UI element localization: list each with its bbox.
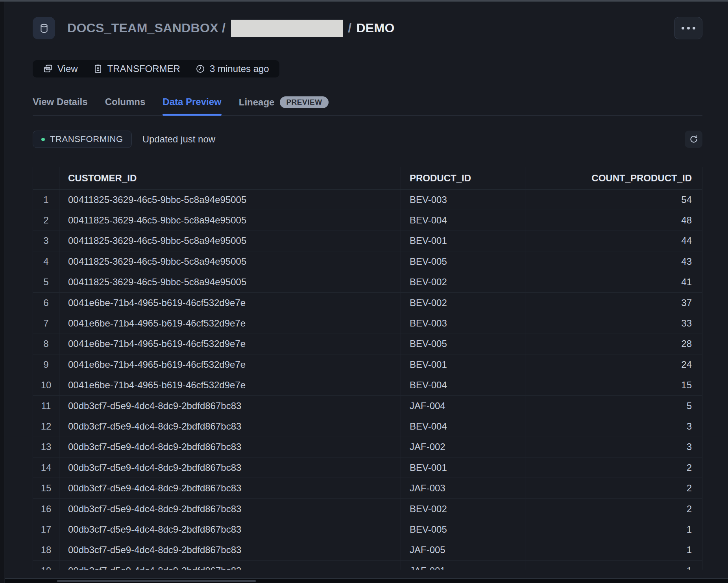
refresh-button[interactable] <box>685 131 702 148</box>
cell-product-id[interactable]: JAF-005 <box>401 540 525 560</box>
table-row[interactable]: 16 00db3cf7-d5e9-4dc4-8dc9-2bdfd867bc83 … <box>33 499 702 519</box>
column-header-count-product-id[interactable]: COUNT_PRODUCT_ID <box>525 167 702 189</box>
tab-lineage[interactable]: Lineage PREVIEW <box>239 96 329 115</box>
row-number: 1 <box>33 190 59 210</box>
table-row[interactable]: 8 0041e6be-71b4-4965-b619-46cf532d9e7e B… <box>33 334 702 354</box>
table-row[interactable]: 19 00db3cf7-d5e9-4dc4-8dc9-2bdfd867bc83 … <box>33 561 702 570</box>
cell-product-id[interactable]: JAF-002 <box>401 437 525 457</box>
tab-data-preview[interactable]: Data Preview <box>163 96 221 114</box>
cell-product-id[interactable]: BEV-002 <box>401 272 525 292</box>
table-row[interactable]: 4 00411825-3629-46c5-9bbc-5c8a94e95005 B… <box>33 251 702 272</box>
table-row[interactable]: 13 00db3cf7-d5e9-4dc4-8dc9-2bdfd867bc83 … <box>33 437 702 458</box>
cell-count-product-id[interactable]: 2 <box>525 478 702 498</box>
cell-customer-id[interactable]: 00411825-3629-46c5-9bbc-5c8a94e95005 <box>59 272 401 292</box>
cell-count-product-id[interactable]: 5 <box>525 396 702 416</box>
row-number: 13 <box>33 437 59 457</box>
horizontal-scrollbar[interactable] <box>57 580 256 582</box>
cell-count-product-id[interactable]: 43 <box>525 251 702 271</box>
cell-count-product-id[interactable]: 48 <box>525 210 702 230</box>
cell-customer-id[interactable]: 00411825-3629-46c5-9bbc-5c8a94e95005 <box>59 231 401 251</box>
cell-count-product-id[interactable]: 15 <box>525 375 702 395</box>
table-row[interactable]: 12 00db3cf7-d5e9-4dc4-8dc9-2bdfd867bc83 … <box>33 416 702 437</box>
more-options-button[interactable] <box>674 17 702 39</box>
row-number: 17 <box>33 519 59 539</box>
cell-customer-id[interactable]: 0041e6be-71b4-4965-b619-46cf532d9e7e <box>59 375 401 395</box>
cell-count-product-id[interactable]: 1 <box>525 519 702 539</box>
table-row[interactable]: 14 00db3cf7-d5e9-4dc4-8dc9-2bdfd867bc83 … <box>33 458 702 478</box>
cell-count-product-id[interactable]: 2 <box>525 458 702 478</box>
table-row[interactable]: 17 00db3cf7-d5e9-4dc4-8dc9-2bdfd867bc83 … <box>33 519 702 540</box>
cell-customer-id[interactable]: 00db3cf7-d5e9-4dc4-8dc9-2bdfd867bc83 <box>59 561 401 570</box>
redacted-schema-name <box>231 20 343 37</box>
table-row[interactable]: 9 0041e6be-71b4-4965-b619-46cf532d9e7e B… <box>33 354 702 375</box>
cell-product-id[interactable]: BEV-001 <box>401 231 525 251</box>
cell-customer-id[interactable]: 0041e6be-71b4-4965-b619-46cf532d9e7e <box>59 313 401 333</box>
tab-columns[interactable]: Columns <box>105 96 146 114</box>
cell-count-product-id[interactable]: 37 <box>525 293 702 313</box>
role-badge: TRANSFORMER <box>93 63 180 74</box>
table-row[interactable]: 11 00db3cf7-d5e9-4dc4-8dc9-2bdfd867bc83 … <box>33 396 702 416</box>
table-row[interactable]: 1 00411825-3629-46c5-9bbc-5c8a94e95005 B… <box>33 190 702 210</box>
cell-count-product-id[interactable]: 2 <box>525 499 702 519</box>
status-dot-icon <box>41 138 45 141</box>
cell-product-id[interactable]: BEV-004 <box>401 375 525 395</box>
row-number: 5 <box>33 272 59 292</box>
table-row[interactable]: 2 00411825-3629-46c5-9bbc-5c8a94e95005 B… <box>33 210 702 231</box>
cell-customer-id[interactable]: 00411825-3629-46c5-9bbc-5c8a94e95005 <box>59 251 401 271</box>
cell-product-id[interactable]: BEV-005 <box>401 519 525 539</box>
cell-count-product-id[interactable]: 1 <box>525 561 702 570</box>
column-header-customer-id[interactable]: CUSTOMER_ID <box>59 167 401 189</box>
cell-count-product-id[interactable]: 54 <box>525 190 702 210</box>
window-top-edge <box>0 0 728 2</box>
column-header-product-id[interactable]: PRODUCT_ID <box>401 167 525 189</box>
cell-customer-id[interactable]: 00db3cf7-d5e9-4dc4-8dc9-2bdfd867bc83 <box>59 478 401 498</box>
cell-product-id[interactable]: BEV-004 <box>401 416 525 436</box>
cell-product-id[interactable]: BEV-005 <box>401 251 525 271</box>
row-number: 6 <box>33 293 59 313</box>
cell-count-product-id[interactable]: 33 <box>525 313 702 333</box>
cell-product-id[interactable]: BEV-001 <box>401 458 525 478</box>
cell-customer-id[interactable]: 00db3cf7-d5e9-4dc4-8dc9-2bdfd867bc83 <box>59 416 401 436</box>
row-number: 2 <box>33 210 59 230</box>
row-number: 14 <box>33 458 59 478</box>
cell-count-product-id[interactable]: 3 <box>525 416 702 436</box>
cell-product-id[interactable]: JAF-001 <box>401 561 525 570</box>
cell-count-product-id[interactable]: 28 <box>525 334 702 354</box>
cell-product-id[interactable]: BEV-003 <box>401 190 525 210</box>
cell-product-id[interactable]: BEV-003 <box>401 313 525 333</box>
table-row[interactable]: 5 00411825-3629-46c5-9bbc-5c8a94e95005 B… <box>33 272 702 293</box>
cell-customer-id[interactable]: 00411825-3629-46c5-9bbc-5c8a94e95005 <box>59 190 401 210</box>
cell-customer-id[interactable]: 00db3cf7-d5e9-4dc4-8dc9-2bdfd867bc83 <box>59 499 401 519</box>
cell-product-id[interactable]: BEV-005 <box>401 334 525 354</box>
row-number-header <box>33 167 59 189</box>
tab-view-details[interactable]: View Details <box>33 96 88 114</box>
cell-customer-id[interactable]: 0041e6be-71b4-4965-b619-46cf532d9e7e <box>59 293 401 313</box>
cell-customer-id[interactable]: 00db3cf7-d5e9-4dc4-8dc9-2bdfd867bc83 <box>59 519 401 539</box>
cell-customer-id[interactable]: 0041e6be-71b4-4965-b619-46cf532d9e7e <box>59 354 401 375</box>
view-icon <box>43 64 53 74</box>
cell-product-id[interactable]: BEV-002 <box>401 499 525 519</box>
cell-product-id[interactable]: BEV-002 <box>401 293 525 313</box>
cell-count-product-id[interactable]: 24 <box>525 354 702 375</box>
cell-customer-id[interactable]: 00db3cf7-d5e9-4dc4-8dc9-2bdfd867bc83 <box>59 437 401 457</box>
cell-count-product-id[interactable]: 41 <box>525 272 702 292</box>
page-title: DOCS_TEAM_SANDBOX / / DEMO <box>67 20 395 37</box>
cell-product-id[interactable]: BEV-001 <box>401 354 525 375</box>
cell-product-id[interactable]: BEV-004 <box>401 210 525 230</box>
cell-customer-id[interactable]: 00db3cf7-d5e9-4dc4-8dc9-2bdfd867bc83 <box>59 540 401 560</box>
cell-customer-id[interactable]: 00db3cf7-d5e9-4dc4-8dc9-2bdfd867bc83 <box>59 396 401 416</box>
cell-count-product-id[interactable]: 1 <box>525 540 702 560</box>
cell-customer-id[interactable]: 00411825-3629-46c5-9bbc-5c8a94e95005 <box>59 210 401 230</box>
table-row[interactable]: 3 00411825-3629-46c5-9bbc-5c8a94e95005 B… <box>33 231 702 251</box>
cell-customer-id[interactable]: 0041e6be-71b4-4965-b619-46cf532d9e7e <box>59 334 401 354</box>
cell-customer-id[interactable]: 00db3cf7-d5e9-4dc4-8dc9-2bdfd867bc83 <box>59 458 401 478</box>
cell-product-id[interactable]: JAF-004 <box>401 396 525 416</box>
table-row[interactable]: 6 0041e6be-71b4-4965-b619-46cf532d9e7e B… <box>33 293 702 313</box>
cell-product-id[interactable]: JAF-003 <box>401 478 525 498</box>
cell-count-product-id[interactable]: 3 <box>525 437 702 457</box>
table-row[interactable]: 10 0041e6be-71b4-4965-b619-46cf532d9e7e … <box>33 375 702 396</box>
cell-count-product-id[interactable]: 44 <box>525 231 702 251</box>
table-row[interactable]: 18 00db3cf7-d5e9-4dc4-8dc9-2bdfd867bc83 … <box>33 540 702 561</box>
table-row[interactable]: 7 0041e6be-71b4-4965-b619-46cf532d9e7e B… <box>33 313 702 334</box>
table-row[interactable]: 15 00db3cf7-d5e9-4dc4-8dc9-2bdfd867bc83 … <box>33 478 702 498</box>
